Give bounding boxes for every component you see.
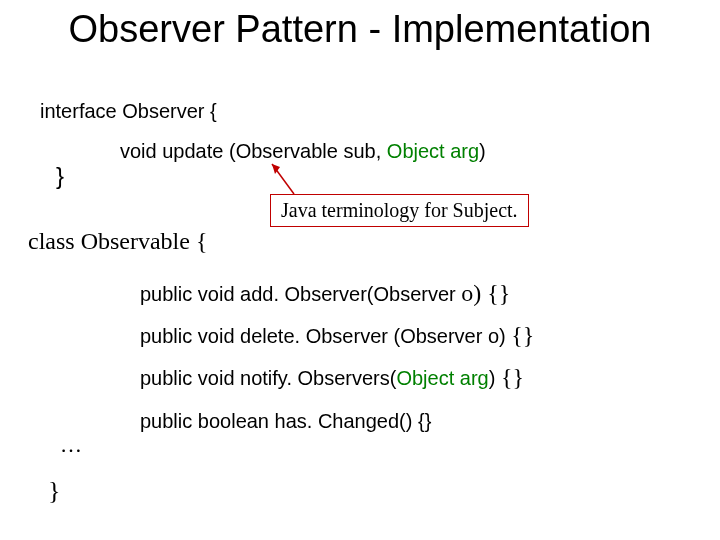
delete-text: public void delete. Observer (Observer o… bbox=[140, 325, 511, 347]
notify-mid: ) bbox=[489, 367, 501, 389]
add-prefix: public void add. Observer(Observer bbox=[140, 283, 461, 305]
add-suffix: ) {} bbox=[473, 280, 510, 306]
class-declaration: class Observable { bbox=[28, 228, 207, 255]
class-close-brace: } bbox=[48, 476, 60, 506]
svg-marker-1 bbox=[272, 164, 280, 174]
notify-braces: {} bbox=[501, 364, 524, 390]
delete-braces: {} bbox=[511, 322, 534, 348]
notify-observers-method: public void notify. Observers(Object arg… bbox=[140, 364, 524, 391]
update-suffix: ) bbox=[479, 140, 486, 162]
update-prefix: void update (Observable sub, bbox=[120, 140, 387, 162]
delete-observer-method: public void delete. Observer (Observer o… bbox=[140, 322, 534, 349]
add-o: o bbox=[461, 280, 473, 306]
interface-declaration: interface Observer { bbox=[40, 100, 217, 123]
has-changed-method: public boolean has. Changed() {} bbox=[140, 410, 431, 433]
notify-arg: Object arg bbox=[396, 367, 488, 389]
update-method: void update (Observable sub, Object arg) bbox=[120, 140, 486, 163]
slide-title: Observer Pattern - Implementation bbox=[0, 8, 720, 52]
svg-line-0 bbox=[272, 164, 294, 194]
update-arg: Object arg bbox=[387, 140, 479, 162]
ellipsis: … bbox=[60, 432, 82, 458]
callout-note: Java terminology for Subject. bbox=[270, 194, 529, 227]
add-observer-method: public void add. Observer(Observer o) {} bbox=[140, 280, 510, 307]
interface-close-brace: } bbox=[56, 162, 64, 190]
notify-prefix: public void notify. Observers( bbox=[140, 367, 396, 389]
